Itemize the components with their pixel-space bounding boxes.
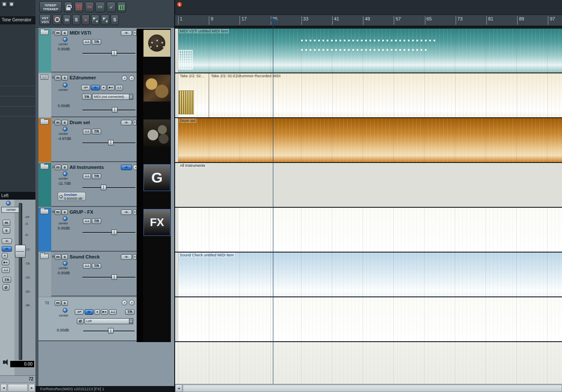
mute-button[interactable]: m — [55, 75, 61, 81]
rails-button[interactable]: ⊥⊥ — [115, 85, 123, 90]
pan-knob[interactable] — [63, 83, 67, 87]
lane-midi-vsti[interactable]: MIDI VSTi untitled MIDI item — [175, 29, 562, 73]
tr-button[interactable]: TR — [82, 94, 91, 100]
rails-button[interactable]: ⊥⊥ — [2, 267, 10, 273]
pan-knob[interactable] — [63, 171, 67, 176]
track-row-ezdrummer[interactable]: 6 m s EZdrummer center -o+ -o- ● ▶● ⊥⊥ T… — [38, 73, 137, 117]
track-row-midi-vsti[interactable]: 2 m s MIDI VSTi -o- = center 0.00dB ⊥⊥ T… — [38, 29, 137, 73]
track-name[interactable]: EZdrummer — [70, 75, 96, 80]
input-button[interactable]: -o+ — [81, 85, 90, 90]
track-type-icon[interactable] — [41, 75, 48, 80]
media-item-take-2[interactable]: Take 2/2: 02-EZdrummer-Recorded MIDI — [209, 73, 562, 117]
playhead[interactable] — [273, 20, 273, 384]
dock-icon[interactable] — [1, 1, 7, 7]
fader-handle[interactable] — [111, 50, 117, 56]
routing-button[interactable]: -o- — [121, 254, 132, 260]
vst-vsti-button[interactable]: VST VSTi — [39, 14, 51, 25]
record-mode-button[interactable]: ● — [101, 85, 106, 90]
fx-slot-title[interactable]: Tone Generator — [0, 16, 35, 24]
folder-icon[interactable] — [40, 209, 49, 214]
scroll-right-button[interactable]: ▸ — [29, 384, 35, 392]
mute-button[interactable]: m — [55, 120, 61, 125]
folder-icon[interactable] — [40, 30, 49, 35]
trim-button[interactable]: = — [133, 30, 137, 36]
arrange-empty-area[interactable] — [175, 342, 562, 384]
volume-fader-handle[interactable] — [15, 245, 26, 258]
speaker-icon[interactable] — [3, 360, 5, 364]
rails-button[interactable]: ⊥⊥ — [83, 174, 91, 179]
fx-slot-desgain[interactable]: DesGain 5.500000 dB — [58, 192, 86, 201]
scroll-left-button[interactable]: ◂ — [0, 384, 7, 392]
fader-handle[interactable] — [112, 107, 117, 113]
volume-fader[interactable] — [82, 185, 135, 190]
media-item-take-1[interactable]: Take 2/2: 02... — [178, 73, 209, 117]
solo-button[interactable]: s — [3, 227, 10, 234]
routing-button-active[interactable]: -o- — [85, 309, 94, 315]
tr-button[interactable]: TR — [92, 218, 101, 224]
media-item-all-instruments[interactable]: All Instruments — [178, 163, 562, 207]
record-arm-button[interactable] — [122, 300, 127, 305]
scroll-thumb[interactable] — [183, 385, 562, 392]
pan-readout[interactable]: center — [1, 207, 21, 213]
input-button[interactable]: -o+ — [75, 309, 84, 315]
tr-button[interactable]: TR — [125, 309, 135, 315]
left-rail-scrollbar[interactable]: ◂ ▸ — [0, 383, 35, 392]
track-row-grup-fx[interactable]: 58 m s GRUP - FX -o- = center 0.00dB ⊥⊥ … — [38, 208, 137, 252]
fader-handle[interactable] — [111, 229, 117, 235]
tr-button[interactable]: TR — [3, 277, 11, 283]
rails-button[interactable]: ⊥⊥ — [83, 218, 91, 224]
solo-defeat-button[interactable]: S — [111, 15, 119, 25]
track-name[interactable]: Sound Check — [70, 254, 100, 259]
pan-knob[interactable] — [63, 37, 67, 42]
pan-knob[interactable] — [63, 127, 67, 131]
scroll-left-button[interactable]: ◂ — [175, 384, 182, 392]
output-select[interactable]: Left ▸ — [85, 318, 133, 324]
routing-button[interactable]: -o- — [121, 30, 132, 36]
pan-knob[interactable] — [63, 216, 67, 221]
routing-a-button[interactable] — [91, 15, 100, 25]
rails-button[interactable]: ⊥⊥ — [83, 39, 91, 45]
folder-icon[interactable] — [40, 254, 49, 259]
lane-grup-fx[interactable] — [175, 208, 562, 252]
record-arm-button[interactable] — [53, 15, 61, 25]
solo-button[interactable]: s — [61, 165, 68, 170]
lane-all-instruments[interactable]: All Instruments — [175, 163, 562, 207]
player-tracker-button[interactable]: ПЛЕЕР ТРЕККЕР — [39, 1, 62, 12]
ruler-ticks[interactable]: 191725334149576573818997 — [175, 15, 562, 26]
midi-output-select[interactable]: MIDI (not connected): ▸ — [92, 94, 133, 100]
routing-button-active[interactable]: -o- — [91, 85, 100, 90]
volume-fader[interactable] — [82, 229, 135, 235]
rails-button[interactable]: ⊥⊥ — [83, 129, 91, 134]
marker-flag[interactable]: 1 — [177, 2, 182, 7]
lane-track-72[interactable] — [175, 297, 562, 341]
volume-fader[interactable] — [82, 274, 135, 280]
mixer-grid-button[interactable] — [117, 2, 126, 12]
track-name[interactable]: Drum set — [70, 120, 90, 125]
pan-knob[interactable] — [63, 308, 67, 313]
mute-toolbar-button[interactable]: m — [63, 15, 71, 25]
rails-button[interactable]: ⊥⊥ — [83, 263, 91, 269]
volume-fader[interactable] — [83, 328, 135, 334]
lane-sound-check[interactable]: Sound Check untitled MIDI item — [175, 253, 562, 296]
pan-knob[interactable] — [6, 201, 11, 206]
routing-button-active[interactable]: -o- — [121, 120, 132, 125]
volume-fader[interactable] — [82, 107, 135, 113]
fader-handle[interactable] — [111, 274, 117, 280]
track-row-all-instruments[interactable]: 24 m s All Instruments -o- center -11.7d… — [38, 163, 137, 207]
record-mode-button[interactable]: ● — [2, 253, 8, 258]
apply-button[interactable]: ✔ — [107, 2, 116, 12]
tr-button[interactable]: TR — [92, 263, 101, 269]
mute-button[interactable]: m — [55, 254, 61, 260]
mute-button[interactable]: m — [55, 209, 61, 215]
pin-icon[interactable] — [9, 1, 15, 7]
track-name[interactable]: MIDI VSTi — [70, 30, 91, 35]
monitor-mode-button[interactable]: ▶● — [2, 260, 9, 265]
mute-button[interactable]: m — [55, 300, 61, 306]
monitor-button[interactable] — [129, 75, 135, 81]
arrange-scrollbar[interactable]: ◂ — [175, 384, 562, 392]
rails-button[interactable]: ⊥⊥ — [109, 309, 117, 315]
timeline-ruler[interactable]: 1 191725334149576573818997 — [175, 0, 562, 26]
solo-button[interactable]: s — [61, 120, 68, 125]
track-name[interactable]: All Instruments — [70, 165, 104, 170]
fader-handle[interactable] — [101, 185, 106, 190]
